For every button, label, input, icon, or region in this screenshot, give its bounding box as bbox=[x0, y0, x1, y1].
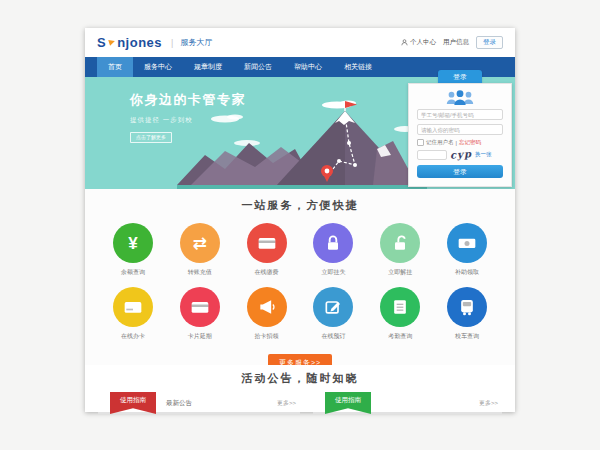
login-tab[interactable]: 登录 bbox=[438, 70, 482, 83]
portal-page: S njones | 服务大厅 个人中心 用户信息 登录 首页 服务中心 bbox=[85, 28, 515, 412]
announcement-panels: 使用指南 最新公告 更多>> 使用指南 更多>> bbox=[85, 395, 515, 414]
service-apply-card[interactable]: 在线办卡 bbox=[107, 287, 159, 341]
captcha-image[interactable]: cyp bbox=[450, 148, 473, 161]
nav-item-links[interactable]: 相关链接 bbox=[333, 57, 383, 77]
login-submit-button[interactable]: 登录 bbox=[417, 165, 503, 178]
announcements-heading: 活动公告，随时知晓 bbox=[85, 365, 515, 386]
login-form: 记住用户名 | 忘记密码 cyp 换一张 登录 bbox=[408, 83, 512, 187]
nav-item-home[interactable]: 首页 bbox=[97, 57, 133, 77]
hero-title: 你身边的卡管专家 bbox=[130, 91, 246, 109]
logo-text-rest: njones bbox=[117, 35, 162, 50]
service-attendance[interactable]: 考勤查询 bbox=[374, 287, 426, 341]
guide-ribbon-tab-green[interactable]: 使用指南 bbox=[325, 392, 371, 414]
users-icon bbox=[443, 89, 477, 106]
service-unfreeze[interactable]: 立即解挂 bbox=[374, 223, 426, 277]
lock-icon[interactable] bbox=[313, 223, 353, 263]
password-input[interactable] bbox=[417, 124, 503, 135]
captcha-refresh-link[interactable]: 换一张 bbox=[475, 151, 492, 158]
forgot-password-link[interactable]: 忘记密码 bbox=[459, 139, 481, 146]
service-report-loss[interactable]: 立即挂失 bbox=[307, 223, 359, 277]
card-icon[interactable] bbox=[113, 287, 153, 327]
hero-cta-button[interactable]: 点击了解更多 bbox=[130, 132, 172, 143]
banknote-icon[interactable] bbox=[447, 223, 487, 263]
list-icon[interactable] bbox=[380, 287, 420, 327]
logo-arrow-icon bbox=[108, 38, 116, 46]
user-info-label: 用户信息 bbox=[443, 38, 469, 47]
services-heading: 一站服务，方便快捷 bbox=[85, 189, 515, 213]
guide-ribbon-tab[interactable]: 使用指南 bbox=[110, 392, 156, 414]
edit-icon[interactable] bbox=[313, 287, 353, 327]
user-center-link[interactable]: 个人中心 bbox=[401, 38, 436, 47]
service-lost-found[interactable]: 拾卡招领 bbox=[241, 287, 293, 341]
logo-divider: | bbox=[171, 38, 173, 48]
hero-text: 你身边的卡管专家 提供捷径 一步到校 点击了解更多 bbox=[130, 91, 246, 143]
guide2-more-link[interactable]: 更多>> bbox=[479, 399, 498, 408]
user-center-label: 个人中心 bbox=[410, 38, 436, 47]
captcha-row: cyp 换一张 bbox=[417, 149, 503, 160]
person-icon bbox=[401, 39, 408, 46]
service-online-booking[interactable]: 在线预订 bbox=[307, 287, 359, 341]
unlock-icon[interactable] bbox=[380, 223, 420, 263]
nav-item-help[interactable]: 帮助中心 bbox=[283, 57, 333, 77]
remember-separator: | bbox=[456, 140, 457, 146]
announcements-section: 活动公告，随时知晓 使用指南 最新公告 更多>> 使用指南 更多>> bbox=[85, 365, 515, 412]
yuan-icon[interactable]: ¥ bbox=[113, 223, 153, 263]
site-header: S njones | 服务大厅 个人中心 用户信息 登录 bbox=[85, 28, 515, 57]
transfer-icon[interactable]: ⇄ bbox=[180, 223, 220, 263]
nav-item-service-center[interactable]: 服务中心 bbox=[133, 57, 183, 77]
bus-icon[interactable] bbox=[447, 287, 487, 327]
remember-row: 记住用户名 | 忘记密码 bbox=[417, 139, 503, 146]
megaphone-icon[interactable] bbox=[247, 287, 287, 327]
card-icon[interactable] bbox=[180, 287, 220, 327]
login-panel: 登录 记住用户名 | 忘记密码 cyp 换一张 bbox=[408, 70, 512, 187]
service-card-renewal[interactable]: 卡片延期 bbox=[174, 287, 226, 341]
header-actions: 个人中心 用户信息 登录 bbox=[401, 36, 503, 49]
desktop-background: S njones | 服务大厅 个人中心 用户信息 登录 首页 服务中心 bbox=[0, 0, 600, 450]
latest-news-tab[interactable]: 最新公告 bbox=[166, 399, 192, 408]
username-input[interactable] bbox=[417, 109, 503, 120]
service-pay-online[interactable]: 在线缴费 bbox=[241, 223, 293, 277]
service-subsidy[interactable]: 补助领取 bbox=[441, 223, 493, 277]
hero-subtitle: 提供捷径 一步到校 bbox=[130, 116, 246, 125]
remember-label: 记住用户名 bbox=[426, 139, 454, 146]
captcha-input[interactable] bbox=[417, 150, 447, 160]
guide-panel-2: 使用指南 更多>> bbox=[313, 395, 502, 414]
service-school-bus[interactable]: 校车查询 bbox=[441, 287, 493, 341]
nav-item-news[interactable]: 新闻公告 bbox=[233, 57, 283, 77]
header-login-button[interactable]: 登录 bbox=[476, 36, 503, 49]
logo[interactable]: S njones | 服务大厅 bbox=[97, 35, 212, 50]
guide-more-link[interactable]: 更多>> bbox=[277, 399, 296, 408]
services-row-2: 在线办卡 卡片延期 拾卡招领 bbox=[85, 287, 515, 341]
service-transfer[interactable]: ⇄ 转账充值 bbox=[174, 223, 226, 277]
services-row-1: ¥ 余额查询 ⇄ 转账充值 在线缴费 立即挂失 bbox=[85, 223, 515, 277]
card-icon[interactable] bbox=[247, 223, 287, 263]
services-section: 一站服务，方便快捷 ¥ 余额查询 ⇄ 转账充值 在线缴费 bbox=[85, 189, 515, 365]
logo-text: S bbox=[97, 35, 106, 50]
nav-item-rules[interactable]: 规章制度 bbox=[183, 57, 233, 77]
site-name: 服务大厅 bbox=[180, 37, 212, 48]
guide-panel: 使用指南 最新公告 更多>> bbox=[98, 395, 300, 414]
service-balance[interactable]: ¥ 余额查询 bbox=[107, 223, 159, 277]
remember-checkbox[interactable] bbox=[417, 139, 424, 146]
user-info-link[interactable]: 用户信息 bbox=[443, 38, 469, 47]
